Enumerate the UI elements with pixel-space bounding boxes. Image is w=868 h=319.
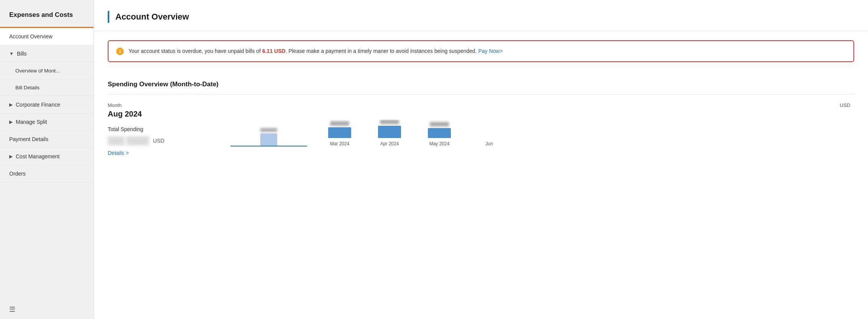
header-accent-bar xyxy=(108,11,109,23)
chart-bar-may xyxy=(428,128,451,138)
alert-text-after: . Please make a payment in a timely mane… xyxy=(286,48,477,54)
chevron-right-icon: ▶ xyxy=(9,154,13,159)
chevron-right-icon: ▶ xyxy=(9,102,13,107)
page-header: Account Overview xyxy=(94,0,868,31)
spending-content: Month Aug 2024 Total Spending USD Detail… xyxy=(108,95,854,156)
sidebar-item-bills[interactable]: ▼ Bills xyxy=(0,45,94,62)
spending-amount-row: USD xyxy=(108,136,215,145)
chart-bar-pre xyxy=(260,133,277,146)
chart-bar-mar xyxy=(328,127,351,138)
chart-month-label-jun: Jun xyxy=(485,141,493,146)
sidebar-item-label: Bills xyxy=(17,51,27,57)
alert-text-before: Your account status is overdue, you have… xyxy=(128,48,262,54)
chart-month-label-mar: Mar 2024 xyxy=(330,141,350,146)
sidebar-header: Expenses and Costs xyxy=(0,0,94,28)
sidebar-item-label: Payment Details xyxy=(9,136,48,142)
chart-blurred-label-mar xyxy=(330,121,349,126)
chart-bar-group-may: May 2024 xyxy=(414,122,464,146)
pay-now-link[interactable]: Pay Now> xyxy=(478,48,503,54)
chart-blurred-label-apr xyxy=(380,120,399,124)
sidebar-item-label: Corporate Finance xyxy=(16,102,60,108)
sidebar-item-corporate-finance[interactable]: ▶ Corporate Finance xyxy=(0,96,94,113)
chart-bar-group-jun: Jun xyxy=(464,130,514,146)
main-content: Account Overview ! Your account status i… xyxy=(94,0,868,319)
alert-amount: 6.11 USD xyxy=(262,48,286,54)
chart-month-label-may: May 2024 xyxy=(429,141,450,146)
sidebar: Expenses and Costs Account Overview ▼ Bi… xyxy=(0,0,94,319)
sidebar-item-payment-details[interactable]: Payment Details xyxy=(0,131,94,148)
chart-bar-group-mar: Mar 2024 xyxy=(315,121,365,146)
chevron-right-icon: ▶ xyxy=(9,119,13,125)
sidebar-item-label: Manage Split xyxy=(16,119,47,125)
page-title: Account Overview xyxy=(115,12,189,22)
alert-text: Your account status is overdue, you have… xyxy=(128,47,503,55)
chart-month-label-apr: Apr 2024 xyxy=(380,141,399,146)
details-link[interactable]: Details > xyxy=(108,150,129,156)
blur-block-2 xyxy=(126,136,149,145)
sidebar-item-label: Account Overview xyxy=(9,33,53,39)
chevron-down-icon: ▼ xyxy=(9,51,14,56)
chart-bar-group-apr: Apr 2024 xyxy=(365,120,414,146)
spending-amount-blurred xyxy=(108,136,149,145)
spending-overview-section: Spending Overview (Month-to-Date) Month … xyxy=(108,71,854,156)
sidebar-item-label: Cost Management xyxy=(16,153,59,160)
chart-baseline-line xyxy=(230,146,307,146)
chart-bars: Mar 2024 Apr 2024 May 2024 xyxy=(230,120,854,146)
overdue-alert-banner: ! Your account status is overdue, you ha… xyxy=(108,40,854,62)
sidebar-collapse-button[interactable]: ☰ xyxy=(0,300,94,319)
chart-bar-group-pre xyxy=(230,128,307,146)
warning-icon: ! xyxy=(116,48,124,55)
spending-chart: USD Mar 2024 xyxy=(230,102,854,156)
total-spending-label: Total Spending xyxy=(108,126,215,132)
sidebar-item-label: Overview of Mont... xyxy=(15,68,60,74)
sidebar-item-overview-of-month[interactable]: Overview of Mont... xyxy=(0,62,94,79)
chart-usd-label: USD xyxy=(230,102,854,108)
sidebar-item-manage-split[interactable]: ▶ Manage Split xyxy=(0,113,94,131)
chart-bar-apr xyxy=(378,126,401,138)
sidebar-item-label: Orders xyxy=(9,171,26,177)
sidebar-nav: Account Overview ▼ Bills Overview of Mon… xyxy=(0,28,94,183)
chart-blurred-bar-pre xyxy=(260,128,277,132)
hamburger-icon: ☰ xyxy=(9,305,15,314)
spending-section-title: Spending Overview (Month-to-Date) xyxy=(108,74,854,95)
sidebar-item-bill-details[interactable]: Bill Details xyxy=(0,79,94,96)
sidebar-item-orders[interactable]: Orders xyxy=(0,165,94,183)
currency-label: USD xyxy=(153,138,164,144)
month-value: Aug 2024 xyxy=(108,110,215,118)
month-label: Month xyxy=(108,102,215,108)
sidebar-title: Expenses and Costs xyxy=(9,11,84,19)
spending-left-panel: Month Aug 2024 Total Spending USD Detail… xyxy=(108,102,230,156)
chart-blurred-label-may xyxy=(430,122,449,127)
sidebar-item-label: Bill Details xyxy=(15,85,39,90)
sidebar-item-account-overview[interactable]: Account Overview xyxy=(0,28,94,45)
blur-block-1 xyxy=(108,136,125,145)
sidebar-item-cost-management[interactable]: ▶ Cost Management xyxy=(0,148,94,165)
